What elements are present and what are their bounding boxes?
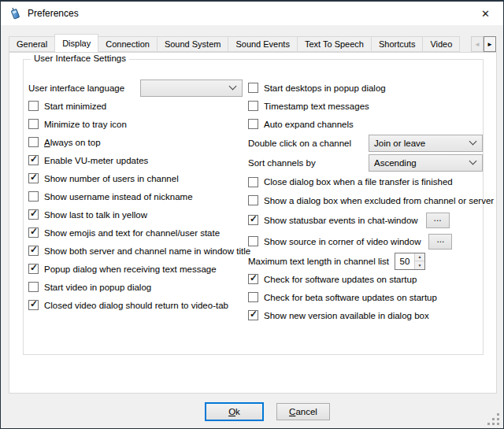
checkbox-video-source-corner[interactable] bbox=[248, 236, 258, 246]
double-click-combobox[interactable]: Join or leave bbox=[369, 135, 483, 152]
sort-channels-combobox[interactable]: Ascending bbox=[369, 154, 483, 172]
checkbox-label: Show new version available in dialog box bbox=[264, 311, 429, 320]
checkbox-minimize-to-tray[interactable] bbox=[28, 119, 39, 129]
row-show-user-count[interactable]: Show number of users in channel bbox=[28, 169, 243, 187]
row-start-minimized[interactable]: Start minimized bbox=[28, 97, 243, 115]
checkbox-label: Start desktops in popup dialog bbox=[264, 83, 386, 93]
tab-shortcuts[interactable]: Shortcuts bbox=[371, 36, 423, 52]
user-interface-settings-group: User Interface Settings User interface l… bbox=[23, 59, 484, 355]
chevron-down-icon bbox=[469, 157, 477, 165]
checkbox-label: Show source in corner of video window bbox=[264, 237, 421, 246]
ok-button-label: Ok bbox=[228, 407, 240, 416]
statusbar-events-options-button[interactable]: ... bbox=[426, 213, 450, 228]
checkbox-label: Show number of users in channel bbox=[44, 174, 179, 183]
row-timestamp-messages[interactable]: Timestamp text messages bbox=[248, 97, 484, 115]
spinbox-value[interactable]: 50 bbox=[395, 253, 414, 269]
checkbox-popup-text-message[interactable] bbox=[28, 264, 39, 274]
row-show-username[interactable]: Show username instead of nickname bbox=[28, 187, 243, 205]
row-desktops-popup[interactable]: Start desktops in popup dialog bbox=[248, 79, 484, 97]
checkbox-close-on-transfer[interactable] bbox=[248, 177, 258, 187]
resize-grip[interactable] bbox=[487, 413, 500, 426]
row-video-source-corner[interactable]: Show source in corner of video window ..… bbox=[248, 231, 484, 252]
checkbox-last-to-talk[interactable] bbox=[28, 209, 39, 220]
spinbox-buttons: ▲ ▼ bbox=[414, 253, 424, 269]
row-close-on-transfer[interactable]: Close dialog box when a file transfer is… bbox=[248, 172, 484, 191]
checkbox-show-emojis[interactable] bbox=[28, 227, 39, 238]
tab-text-to-speech[interactable]: Text To Speech bbox=[297, 36, 372, 52]
checkbox-server-channel-title[interactable] bbox=[28, 246, 39, 256]
checkbox-timestamp-messages[interactable] bbox=[248, 101, 258, 111]
row-video-return-tab[interactable]: Closed video dialog should return to vid… bbox=[28, 296, 243, 314]
checkbox-statusbar-events[interactable] bbox=[248, 215, 258, 225]
checkbox-start-minimized[interactable] bbox=[28, 101, 39, 111]
right-column: Start desktops in popup dialog Timestamp… bbox=[248, 79, 484, 324]
chevron-down-icon bbox=[229, 83, 237, 91]
checkbox-label: Always on top bbox=[44, 138, 101, 147]
title-bar: Preferences ✕ bbox=[1, 2, 503, 25]
sort-channels-row: Sort channels by Ascending bbox=[248, 153, 484, 172]
tab-sound-system[interactable]: Sound System bbox=[157, 36, 229, 52]
tab-display[interactable]: Display bbox=[54, 34, 98, 52]
video-source-options-button[interactable]: ... bbox=[428, 234, 452, 250]
display-tab-page: User Interface Settings User interface l… bbox=[9, 52, 497, 394]
checkbox-label: Show username instead of nickname bbox=[44, 192, 193, 202]
cancel-button[interactable]: Cancel bbox=[276, 403, 330, 420]
checkbox-label: Closed video dialog should return to vid… bbox=[44, 301, 228, 310]
group-title: User Interface Settings bbox=[31, 54, 129, 63]
language-combobox[interactable] bbox=[140, 80, 243, 97]
row-minimize-to-tray[interactable]: Minimize to tray icon bbox=[28, 115, 243, 133]
tab-scroll-left-button[interactable]: ◄ bbox=[471, 36, 484, 52]
checkbox-show-user-count[interactable] bbox=[28, 173, 39, 183]
row-check-updates[interactable]: Check for software updates on startup bbox=[248, 270, 484, 288]
tab-general[interactable]: General bbox=[9, 36, 55, 52]
checkbox-desktops-popup[interactable] bbox=[248, 83, 258, 93]
checkbox-auto-expand[interactable] bbox=[248, 119, 258, 129]
row-video-popup[interactable]: Start video in popup dialog bbox=[28, 278, 243, 296]
checkbox-show-username[interactable] bbox=[28, 191, 39, 202]
row-server-channel-title[interactable]: Show both server and channel name in win… bbox=[28, 242, 243, 260]
window-title: Preferences bbox=[28, 8, 79, 19]
tab-connection[interactable]: Connection bbox=[98, 36, 158, 52]
max-text-length-row: Maximum text length in channel list 50 ▲… bbox=[248, 252, 484, 270]
checkbox-label: Check for beta software updates on start… bbox=[264, 293, 437, 302]
checkbox-check-beta-updates[interactable] bbox=[248, 292, 258, 302]
row-auto-expand[interactable]: Auto expand channels bbox=[248, 115, 484, 133]
row-check-beta-updates[interactable]: Check for beta software updates on start… bbox=[248, 288, 484, 306]
row-show-emojis[interactable]: Show emojis and text for channel/user st… bbox=[28, 224, 243, 242]
checkbox-excluded-dialog[interactable] bbox=[248, 195, 258, 205]
row-new-version-dialog[interactable]: Show new version available in dialog box bbox=[248, 306, 484, 324]
checkbox-always-on-top[interactable] bbox=[28, 137, 39, 147]
tab-strip: General Display Connection Sound System … bbox=[9, 33, 497, 52]
tab-sound-events[interactable]: Sound Events bbox=[228, 36, 298, 52]
tab-video[interactable]: Video bbox=[422, 36, 460, 52]
spin-down-button[interactable]: ▼ bbox=[415, 261, 424, 269]
checkbox-label: Minimize to tray icon bbox=[44, 120, 127, 129]
checkbox-label: Popup dialog when receiving text message bbox=[44, 264, 217, 274]
cancel-button-label: Cancel bbox=[289, 407, 317, 416]
left-column: User interface language Start minimized … bbox=[28, 79, 243, 314]
row-vu-meter-updates[interactable]: Enable VU-meter updates bbox=[28, 151, 243, 169]
ok-button[interactable]: Ok bbox=[205, 402, 264, 421]
close-icon: ✕ bbox=[481, 8, 490, 20]
checkbox-label: Show a dialog box when excluded from cha… bbox=[264, 196, 494, 205]
checkbox-vu-meter-updates[interactable] bbox=[28, 155, 39, 165]
row-popup-text-message[interactable]: Popup dialog when receiving text message bbox=[28, 260, 243, 278]
checkbox-new-version-dialog[interactable] bbox=[248, 310, 258, 320]
language-row: User interface language bbox=[28, 79, 243, 97]
double-click-value: Join or leave bbox=[374, 139, 425, 148]
checkbox-check-updates[interactable] bbox=[248, 274, 258, 284]
checkbox-label: Show last to talk in yellow bbox=[44, 210, 147, 220]
checkbox-video-popup[interactable] bbox=[28, 282, 39, 292]
double-click-label: Double click on a channel bbox=[248, 139, 369, 148]
close-button[interactable]: ✕ bbox=[468, 2, 503, 25]
row-statusbar-events[interactable]: Show statusbar events in chat-window ... bbox=[248, 209, 484, 231]
spin-up-button[interactable]: ▲ bbox=[415, 253, 424, 262]
tab-scroll-right-button[interactable]: ► bbox=[484, 36, 496, 52]
row-last-to-talk[interactable]: Show last to talk in yellow bbox=[28, 205, 243, 224]
row-always-on-top[interactable]: Always on top bbox=[28, 133, 243, 151]
checkbox-video-return-tab[interactable] bbox=[28, 300, 39, 310]
row-excluded-dialog[interactable]: Show a dialog box when excluded from cha… bbox=[248, 191, 484, 209]
sort-channels-label: Sort channels by bbox=[248, 158, 369, 168]
max-text-length-spinbox[interactable]: 50 ▲ ▼ bbox=[395, 253, 425, 270]
checkbox-label: Show both server and channel name in win… bbox=[44, 246, 250, 256]
